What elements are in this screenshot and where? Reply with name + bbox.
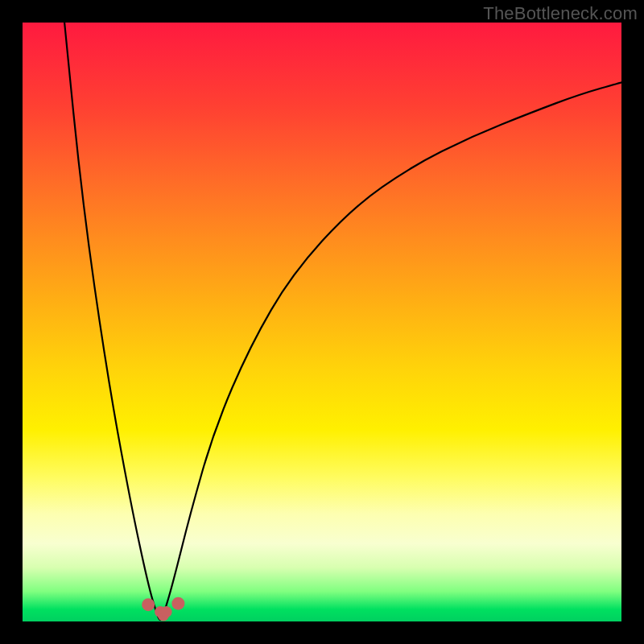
bottleneck-curve-path <box>64 23 621 620</box>
minimum-markers <box>142 597 184 621</box>
minimum-marker-dot <box>161 606 172 617</box>
minimum-marker-dot <box>142 598 155 611</box>
bottleneck-curve-svg <box>23 23 621 621</box>
minimum-marker-dot <box>171 597 184 610</box>
chart-frame <box>23 23 621 621</box>
watermark-text: TheBottleneck.com <box>483 3 638 24</box>
